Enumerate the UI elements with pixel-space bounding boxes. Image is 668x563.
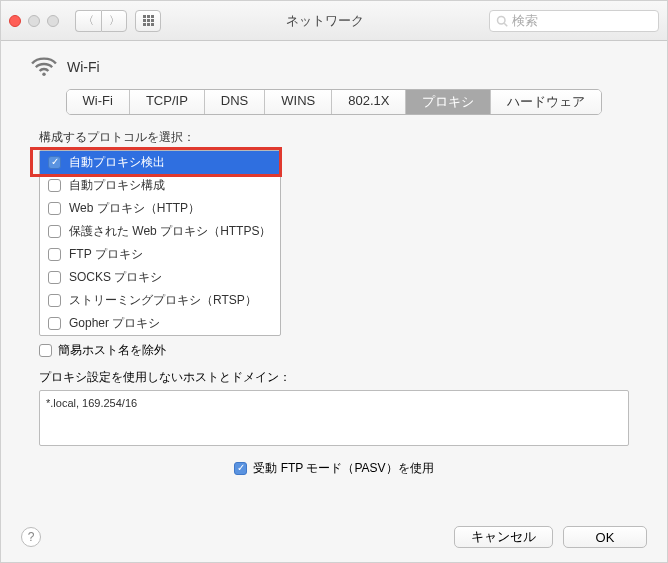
tab-プロキシ[interactable]: プロキシ	[406, 90, 491, 114]
passive-ftp-label: 受動 FTP モード（PASV）を使用	[253, 460, 433, 477]
exclude-simple-hostnames-row[interactable]: 簡易ホスト名を除外	[39, 342, 641, 359]
tab-dns[interactable]: DNS	[205, 90, 265, 114]
cancel-button[interactable]: キャンセル	[454, 526, 553, 548]
tab-ハードウェア[interactable]: ハードウェア	[491, 90, 601, 114]
help-button[interactable]: ?	[21, 527, 41, 547]
close-window-button[interactable]	[9, 15, 21, 27]
svg-line-1	[504, 23, 507, 26]
minimize-window-button[interactable]	[28, 15, 40, 27]
protocol-item[interactable]: Web プロキシ（HTTP）	[40, 197, 280, 220]
protocol-checkbox[interactable]	[48, 202, 61, 215]
tab-bar: Wi-FiTCP/IPDNSWINS802.1Xプロキシハードウェア	[66, 89, 603, 115]
bypass-label: プロキシ設定を使用しないホストとドメイン：	[39, 369, 641, 386]
interface-title: Wi-Fi	[67, 59, 100, 75]
exclude-simple-hostnames-label: 簡易ホスト名を除外	[58, 342, 166, 359]
protocol-label: Gopher プロキシ	[69, 315, 160, 332]
tab-wins[interactable]: WINS	[265, 90, 332, 114]
search-placeholder: 検索	[512, 12, 538, 30]
protocol-checkbox[interactable]	[48, 248, 61, 261]
traffic-lights	[9, 15, 59, 27]
ok-button[interactable]: OK	[563, 526, 647, 548]
exclude-simple-hostnames-checkbox[interactable]	[39, 344, 52, 357]
tab-802.1x[interactable]: 802.1X	[332, 90, 406, 114]
window-title: ネットワーク	[169, 12, 481, 30]
protocol-checkbox[interactable]	[48, 156, 61, 169]
protocol-checkbox[interactable]	[48, 225, 61, 238]
protocol-checkbox[interactable]	[48, 294, 61, 307]
protocol-list[interactable]: 自動プロキシ検出自動プロキシ構成Web プロキシ（HTTP）保護された Web …	[39, 150, 281, 336]
interface-header: Wi-Fi	[31, 57, 641, 77]
window-toolbar: 〈 〉 ネットワーク 検索	[1, 1, 667, 41]
network-preferences-window: 〈 〉 ネットワーク 検索 Wi-Fi Wi-FiTCP/IPDNSWINS80…	[0, 0, 668, 563]
protocol-checkbox[interactable]	[48, 179, 61, 192]
passive-ftp-checkbox[interactable]	[234, 462, 247, 475]
content-area: Wi-Fi Wi-FiTCP/IPDNSWINS802.1Xプロキシハードウェア…	[1, 41, 667, 517]
protocol-label: 自動プロキシ構成	[69, 177, 165, 194]
protocol-label: SOCKS プロキシ	[69, 269, 162, 286]
protocol-label: ストリーミングプロキシ（RTSP）	[69, 292, 257, 309]
protocol-label: 自動プロキシ検出	[69, 154, 165, 171]
footer: ? キャンセル OK	[1, 526, 667, 548]
svg-point-0	[498, 16, 506, 24]
protocol-checkbox[interactable]	[48, 317, 61, 330]
protocol-section-label: 構成するプロトコルを選択：	[39, 129, 641, 146]
protocol-item[interactable]: SOCKS プロキシ	[40, 266, 280, 289]
nav-buttons: 〈 〉	[75, 10, 127, 32]
protocol-label: 保護された Web プロキシ（HTTPS）	[69, 223, 271, 240]
protocol-item[interactable]: 自動プロキシ検出	[40, 151, 280, 174]
wifi-icon	[31, 57, 57, 77]
protocol-label: Web プロキシ（HTTP）	[69, 200, 200, 217]
search-icon	[496, 15, 508, 27]
grid-icon	[143, 15, 154, 26]
protocol-item[interactable]: 保護された Web プロキシ（HTTPS）	[40, 220, 280, 243]
protocol-label: FTP プロキシ	[69, 246, 143, 263]
protocol-item[interactable]: ストリーミングプロキシ（RTSP）	[40, 289, 280, 312]
passive-ftp-row[interactable]: 受動 FTP モード（PASV）を使用	[27, 460, 641, 477]
protocol-checkbox[interactable]	[48, 271, 61, 284]
protocol-item[interactable]: 自動プロキシ構成	[40, 174, 280, 197]
bypass-value: *.local, 169.254/16	[46, 397, 137, 409]
protocol-item[interactable]: FTP プロキシ	[40, 243, 280, 266]
protocol-item[interactable]: Gopher プロキシ	[40, 312, 280, 335]
svg-point-2	[42, 73, 45, 76]
forward-button[interactable]: 〉	[101, 10, 127, 32]
zoom-window-button[interactable]	[47, 15, 59, 27]
search-field[interactable]: 検索	[489, 10, 659, 32]
bypass-textarea[interactable]: *.local, 169.254/16	[39, 390, 629, 446]
tab-wi-fi[interactable]: Wi-Fi	[67, 90, 130, 114]
tab-bar-container: Wi-FiTCP/IPDNSWINS802.1Xプロキシハードウェア	[55, 89, 613, 115]
tab-tcp/ip[interactable]: TCP/IP	[130, 90, 205, 114]
show-all-button[interactable]	[135, 10, 161, 32]
back-button[interactable]: 〈	[75, 10, 101, 32]
